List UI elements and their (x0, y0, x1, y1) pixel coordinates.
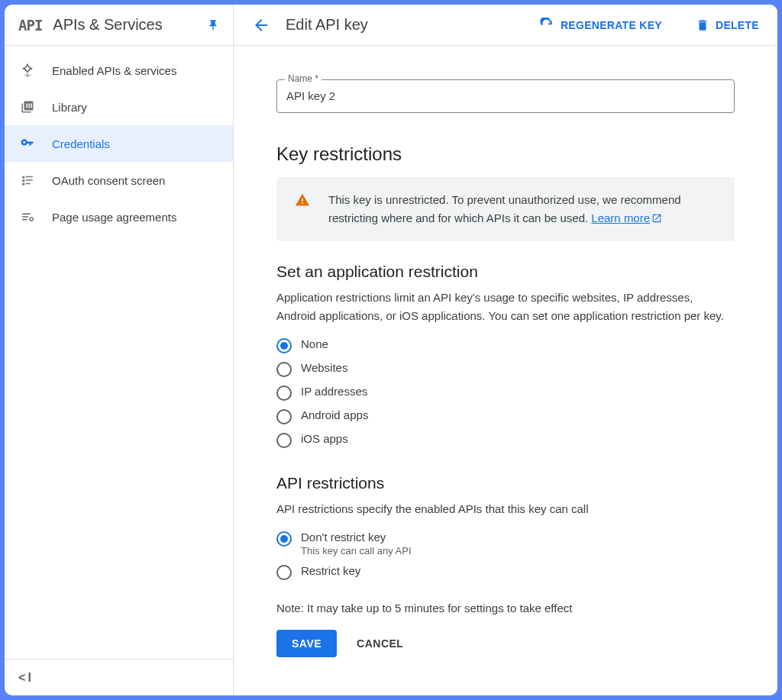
svg-point-2 (27, 75, 28, 76)
radio-label: Android apps (301, 408, 368, 421)
consent-icon (20, 173, 35, 188)
radio-icon (276, 338, 292, 353)
sidebar-item-credentials[interactable]: Credentials (5, 125, 233, 162)
delete-label: DELETE (716, 19, 759, 31)
radio-icon (276, 565, 292, 580)
radio-label: iOS apps (301, 432, 348, 445)
settings-list-icon (20, 209, 35, 224)
app-restriction-heading: Set an application restriction (276, 263, 735, 281)
sidebar-item-label: Credentials (52, 137, 110, 150)
warning-icon (295, 192, 310, 208)
name-input[interactable] (286, 89, 725, 102)
regenerate-key-label: REGENERATE KEY (561, 19, 662, 31)
note-text: Note: It may take up to 5 minutes for se… (276, 602, 735, 615)
radio-label: Restrict key (301, 564, 360, 577)
name-field-wrap: Name * (276, 79, 735, 113)
unrestricted-warning-alert: This key is unrestricted. To prevent una… (276, 177, 735, 241)
delete-button[interactable]: DELETE (696, 18, 759, 32)
radio-dont-restrict[interactable]: Don't restrict key This key can call any… (276, 531, 735, 556)
collapse-icon: < I (18, 671, 31, 685)
radio-restrict-key[interactable]: Restrict key (276, 564, 735, 580)
svg-point-4 (30, 218, 34, 221)
cancel-button[interactable]: CANCEL (357, 637, 403, 650)
svg-point-0 (23, 68, 24, 69)
radio-icon (276, 433, 292, 448)
radio-label: Websites (301, 361, 347, 374)
radio-icon (276, 531, 292, 547)
svg-point-3 (27, 63, 28, 65)
svg-point-1 (31, 68, 32, 69)
api-restrictions-desc: API restrictions specify the enabled API… (276, 500, 735, 518)
main-body: Name * Key restrictions This key is unre… (234, 46, 777, 695)
library-icon (20, 99, 35, 115)
radio-label: Don't restrict key (301, 531, 412, 544)
refresh-icon (539, 18, 554, 33)
radio-android-apps[interactable]: Android apps (276, 408, 735, 424)
sidebar-title: APIs & Services (53, 16, 196, 34)
pin-icon[interactable] (207, 19, 219, 31)
learn-more-link[interactable]: Learn more (591, 211, 662, 224)
sidebar-item-label: Library (52, 101, 87, 114)
diamond-icon (20, 63, 35, 78)
open-new-icon (651, 211, 662, 224)
sidebar-item-label: Page usage agreements (52, 211, 176, 224)
name-field-label: Name * (285, 73, 322, 84)
radio-sublabel: This key can call any API (301, 545, 412, 556)
main: Edit API key REGENERATE KEY DELETE Name … (234, 5, 777, 695)
radio-icon (276, 409, 292, 424)
back-button[interactable] (252, 16, 270, 34)
app-restriction-radio-group: None Websites IP addresses Android apps … (276, 337, 735, 448)
sidebar-item-library[interactable]: Library (5, 89, 233, 125)
alert-content: This key is unrestricted. To prevent una… (328, 191, 716, 227)
main-header: Edit API key REGENERATE KEY DELETE (234, 5, 777, 46)
app-restriction-desc: Application restrictions limit an API ke… (276, 289, 735, 325)
api-restrictions-heading: API restrictions (276, 474, 735, 492)
api-restrictions-radio-group: Don't restrict key This key can call any… (276, 531, 735, 580)
radio-icon (276, 385, 292, 401)
radio-icon (276, 362, 292, 377)
sidebar-nav: Enabled APIs & services Library Credenti… (5, 46, 233, 659)
radio-ip-addresses[interactable]: IP addresses (276, 385, 735, 401)
sidebar-collapse-button[interactable]: < I (5, 659, 233, 695)
radio-label: None (301, 337, 328, 350)
key-restrictions-heading: Key restrictions (276, 144, 735, 165)
sidebar-header: API APIs & Services (5, 5, 233, 46)
save-button[interactable]: SAVE (276, 630, 337, 657)
key-icon (20, 136, 35, 151)
radio-label: IP addresses (301, 385, 367, 398)
regenerate-key-button[interactable]: REGENERATE KEY (539, 18, 662, 33)
radio-none[interactable]: None (276, 337, 735, 353)
trash-icon (696, 18, 709, 32)
form-actions: SAVE CANCEL (276, 630, 735, 657)
sidebar-item-enabled-apis[interactable]: Enabled APIs & services (5, 52, 233, 89)
sidebar-item-page-usage-agreements[interactable]: Page usage agreements (5, 198, 233, 235)
sidebar: API APIs & Services Enabled APIs & servi… (5, 5, 234, 695)
page-title: Edit API key (286, 16, 506, 34)
sidebar-item-oauth-consent[interactable]: OAuth consent screen (5, 162, 233, 198)
sidebar-item-label: OAuth consent screen (52, 174, 165, 187)
radio-ios-apps[interactable]: iOS apps (276, 432, 735, 448)
sidebar-item-label: Enabled APIs & services (52, 64, 176, 77)
api-logo-icon: API (18, 17, 42, 34)
radio-websites[interactable]: Websites (276, 361, 735, 377)
